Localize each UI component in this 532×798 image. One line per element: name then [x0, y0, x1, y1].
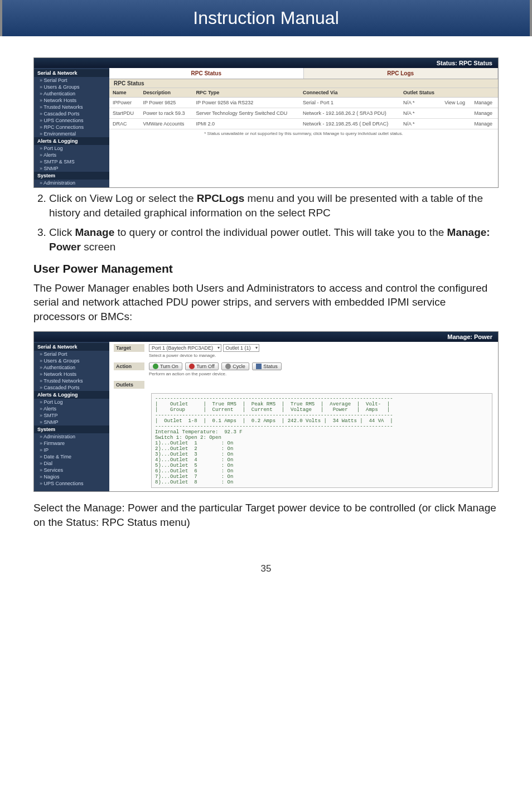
screenshot-manage-power: Manage: Power Serial & Network Serial Po…: [33, 331, 499, 492]
sidebar-group-alerts: Alerts & Logging: [34, 391, 109, 399]
tab-rpc-status[interactable]: RPC Status: [109, 68, 304, 79]
col-conn: Connected Via: [299, 88, 400, 98]
btn-label: Cycle: [233, 364, 245, 369]
step-text: to query or control the individual power…: [114, 226, 447, 238]
sidebar-item[interactable]: Authentication: [34, 90, 109, 97]
sidebar-item[interactable]: SNMP: [34, 165, 109, 172]
content-pane: RPC Status RPC Logs RPC Status Name Desc…: [109, 68, 498, 187]
sidebar-group-system: System: [34, 425, 109, 433]
page-body: Status: RPC Status Serial & Network Seri…: [0, 46, 532, 597]
cell-out: N/A *: [400, 108, 441, 119]
tab-rpc-logs[interactable]: RPC Logs: [304, 68, 499, 79]
outlets-row: Outlets: [109, 379, 498, 391]
manage-link[interactable]: Manage: [471, 119, 498, 129]
manage-link[interactable]: Manage: [471, 98, 498, 108]
instruction-steps: Click on View Log or select the RPCLogs …: [49, 191, 499, 254]
sidebar-item[interactable]: Port Log: [34, 145, 109, 152]
section-subhead: RPC Status: [109, 79, 498, 88]
view-log-link[interactable]: View Log: [441, 98, 471, 108]
cell-name: DRAC: [109, 119, 140, 129]
btn-label: Turn On: [160, 364, 178, 369]
cell-conn: Network - 192.198.25.45 ( Dell DRAC): [299, 119, 400, 129]
sidebar-item[interactable]: Serial Port: [34, 351, 109, 357]
step-text: Click on View Log or select the: [49, 192, 197, 204]
sidebar-item[interactable]: Environmental: [34, 130, 109, 137]
turn-on-button[interactable]: Turn On: [149, 362, 182, 370]
col-manage: [471, 88, 498, 98]
cell-desc: IP Power 9825: [140, 98, 193, 108]
sidebar-item[interactable]: Date & Time: [34, 453, 109, 460]
cell-name: StartPDU: [109, 108, 140, 119]
sidebar-item[interactable]: Trusted Networks: [34, 378, 109, 384]
target-device-dropdown[interactable]: Port 1 (Baytech RPC3ADE): [149, 344, 221, 352]
sidebar-item[interactable]: SNMP: [34, 419, 109, 425]
col-log: [441, 88, 471, 98]
sidebar-item[interactable]: Administration: [34, 433, 109, 440]
sidebar-item[interactable]: SMTP: [34, 412, 109, 419]
sidebar-group-serial: Serial & Network: [34, 343, 109, 351]
step-3: Click Manage to query or control the ind…: [49, 225, 499, 254]
manage-link[interactable]: Manage: [471, 108, 498, 119]
target-subtext: Select a power device to manage.: [149, 353, 259, 358]
cell-desc: VMWare Accounts: [140, 119, 193, 129]
sidebar-item[interactable]: Cascaded Ports: [34, 110, 109, 117]
sidebar-item[interactable]: Services: [34, 467, 109, 473]
sidebar-item[interactable]: Users & Groups: [34, 84, 109, 90]
outlets-label: Outlets: [114, 381, 144, 389]
sidebar-item[interactable]: UPS Connections: [34, 117, 109, 124]
sidebar-item[interactable]: Firmware: [34, 440, 109, 447]
cell-desc: Power to rack 59.3: [140, 108, 193, 119]
target-outlet-dropdown[interactable]: Outlet 1 (1): [223, 344, 259, 352]
status-button[interactable]: Status: [252, 362, 282, 370]
target-label: Target: [114, 344, 144, 352]
status-icon: [256, 364, 262, 369]
sidebar-item[interactable]: Port Log: [34, 399, 109, 405]
sidebar-item[interactable]: Dial: [34, 460, 109, 467]
body-paragraph: Select the Manage: Power and the particu…: [33, 501, 499, 529]
sidebar-item[interactable]: Users & Groups: [34, 357, 109, 364]
cell-type: IPMI 2.0: [192, 119, 299, 129]
sidebar-item[interactable]: Trusted Networks: [34, 104, 109, 110]
sidebar-item[interactable]: Network Hosts: [34, 371, 109, 378]
body-paragraph: The Power Manager enables both Users and…: [33, 281, 499, 324]
sidebar-item[interactable]: Serial Port: [34, 77, 109, 84]
cell-type: IP Power 9258 via RS232: [192, 98, 299, 108]
sidebar-item[interactable]: Authentication: [34, 364, 109, 371]
sidebar-group-alerts: Alerts & Logging: [34, 137, 109, 145]
cell-out: N/A *: [400, 98, 441, 108]
screenshot-rpc-status: Status: RPC Status Serial & Network Seri…: [33, 57, 499, 188]
tabs: RPC Status RPC Logs: [109, 68, 498, 79]
sidebar-item[interactable]: Nagios: [34, 473, 109, 480]
sidebar-item[interactable]: RPC Connections: [34, 124, 109, 130]
btn-label: Turn Off: [196, 364, 215, 369]
sidebar-group-serial: Serial & Network: [34, 69, 109, 77]
page-number: 35: [33, 563, 499, 574]
page-header: Instruction Manual: [0, 0, 532, 36]
step-text: screen: [81, 241, 115, 253]
status-titlebar: Manage: Power: [34, 332, 498, 342]
col-outlet: Outlet Status: [400, 88, 441, 98]
sidebar-item[interactable]: Administration: [34, 180, 109, 186]
cell-type: Server Technology Sentry Switched CDU: [192, 108, 299, 119]
action-label: Action: [114, 362, 144, 370]
sidebar-item[interactable]: Network Hosts: [34, 97, 109, 104]
turn-off-button[interactable]: Turn Off: [185, 362, 219, 370]
sidebar-group-system: System: [34, 172, 109, 180]
sidebar: Serial & Network Serial Port Users & Gro…: [34, 342, 109, 491]
power-off-icon: [189, 364, 195, 369]
sidebar-item[interactable]: Alerts: [34, 152, 109, 158]
table-row: IPPower IP Power 9825 IP Power 9258 via …: [109, 98, 498, 108]
sidebar-item[interactable]: Alerts: [34, 405, 109, 412]
sidebar-item[interactable]: UPS Connections: [34, 480, 109, 487]
content-pane: Target Port 1 (Baytech RPC3ADE) Outlet 1…: [109, 342, 498, 491]
sidebar-item[interactable]: Cascaded Ports: [34, 384, 109, 391]
status-titlebar: Status: RPC Status: [34, 58, 498, 68]
sidebar-item[interactable]: SMTP & SMS: [34, 158, 109, 165]
step-bold: RPCLogs: [197, 192, 245, 204]
cell-conn: Network - 192.168.26.2 ( SRA3 PDU): [299, 108, 400, 119]
cell-name: IPPower: [109, 98, 140, 108]
cycle-icon: [225, 364, 231, 369]
table-row: DRAC VMWare Accounts IPMI 2.0 Network - …: [109, 119, 498, 129]
cycle-button[interactable]: Cycle: [221, 362, 249, 370]
sidebar-item[interactable]: IP: [34, 447, 109, 453]
